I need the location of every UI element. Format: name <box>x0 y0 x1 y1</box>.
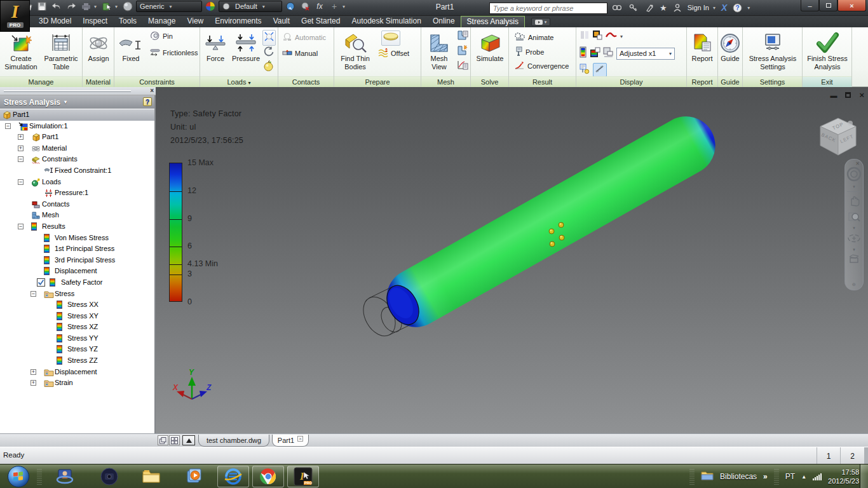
panel-footer-contacts[interactable]: Contacts <box>278 76 334 87</box>
navbar-more-dropdown[interactable]: ⊖ <box>852 282 856 287</box>
close-button[interactable]: × <box>837 0 866 11</box>
tree-item-label[interactable]: Results <box>42 222 65 230</box>
tree-item-label[interactable]: Von Mises Stress <box>55 234 109 241</box>
steering-wheel-icon[interactable] <box>846 166 862 184</box>
tree-item-label[interactable]: Displacement <box>55 368 97 376</box>
contour-shading-icon[interactable] <box>590 47 600 60</box>
tree-item-strain[interactable]: +Strain <box>0 377 154 389</box>
finish-stress-analysis-button[interactable]: Finish Stress Analysis <box>804 29 851 71</box>
show-desktop-button[interactable] <box>860 464 868 488</box>
assign-material-button[interactable]: Assign <box>84 29 113 63</box>
guide-button[interactable]: Guide <box>719 29 742 63</box>
network-signal-icon[interactable] <box>813 473 822 480</box>
taskbar-remote-app-icon[interactable] <box>55 467 75 486</box>
language-indicator[interactable]: PT <box>785 472 795 481</box>
tree-item-results[interactable]: −Results <box>0 221 154 233</box>
panel-footer-guide[interactable]: Guide <box>718 76 742 87</box>
orbit-icon[interactable] <box>847 232 861 247</box>
color-bar-settings-icon[interactable] <box>580 46 587 60</box>
mesh-view-button[interactable]: Mesh View <box>423 29 456 71</box>
animate-results-button[interactable]: Animate <box>514 32 553 43</box>
restore-button[interactable] <box>819 0 837 11</box>
tree-item-label[interactable]: Stress YZ <box>67 345 98 353</box>
offset-thin-body-button[interactable] <box>381 30 400 46</box>
tree-item-simulation-1[interactable]: −Simulation:1 <box>0 121 154 132</box>
expand-icon[interactable]: + <box>18 146 24 151</box>
view-cube[interactable]: TOP BACK LEFT <box>815 115 861 163</box>
tree-item-label[interactable]: Stress YY <box>67 334 98 342</box>
orbit-dropdown[interactable]: ▾ <box>853 247 855 252</box>
doc-close-icon[interactable]: × <box>859 90 864 100</box>
convergence-plot-button[interactable]: Convergence <box>514 61 569 71</box>
panel-footer-display[interactable]: Display <box>576 76 686 87</box>
mesh-settings-button[interactable] <box>457 30 468 43</box>
local-mesh-control-button[interactable] <box>457 44 468 58</box>
probe-results-button[interactable]: Probe <box>514 46 544 58</box>
tree-item-mesh[interactable]: Mesh <box>0 210 154 221</box>
navbar-close-icon[interactable]: ✕ <box>855 161 860 166</box>
ribbon-tab-stress-analysis[interactable]: Stress Analysis <box>461 16 525 27</box>
tree-item-stress-yy[interactable]: Stress YY <box>0 333 154 344</box>
panel-footer-material[interactable]: Material <box>83 76 114 87</box>
ribbon-tab-tools[interactable]: Tools <box>113 16 142 27</box>
print-icon[interactable] <box>79 1 92 12</box>
min-max-display-icon[interactable] <box>593 63 607 77</box>
model-cylinder[interactable] <box>376 106 726 338</box>
tree-item-part1[interactable]: +Part1 <box>0 132 154 143</box>
tree-item-label[interactable]: Loads <box>42 178 61 186</box>
tree-item-1st-principal-stress[interactable]: 1st Principal Stress <box>0 243 154 255</box>
frictionless-constraint-button[interactable]: Frictionless <box>150 48 198 58</box>
tree-item-label[interactable]: Constraints <box>42 155 78 163</box>
browser-grip[interactable]: × <box>0 87 156 95</box>
panel-footer-exit[interactable]: Exit <box>803 76 851 87</box>
tray-folder-label[interactable]: Bibliotecas <box>720 472 757 481</box>
manual-contacts-button[interactable]: Manual <box>282 49 318 58</box>
tray-expand-icon[interactable]: ▲ <box>801 474 806 480</box>
tree-item-constraints[interactable]: −Constraints <box>0 154 154 165</box>
pin-constraint-button[interactable]: Pin <box>150 31 173 41</box>
media-overflow-button[interactable]: ▾ <box>531 18 550 26</box>
probe-labels-icon[interactable] <box>580 63 590 77</box>
displacement-scale-combo[interactable]: Adjusted x1▾ <box>616 48 675 60</box>
moment-load-button[interactable] <box>263 46 274 59</box>
parametric-table-button[interactable]: Parametric Table <box>41 29 81 71</box>
taskbar-inventor-button[interactable]: IPRO <box>287 466 319 487</box>
tree-item-fixed-constraint-1[interactable]: Fixed Constraint:1 <box>0 165 154 177</box>
tree-item-stress-zz[interactable]: Stress ZZ <box>0 355 154 367</box>
remote-force-button[interactable] <box>262 30 276 46</box>
tree-item-part1[interactable]: Part1 <box>0 109 154 121</box>
panel-footer-settings[interactable]: Settings <box>743 76 802 87</box>
browser-header[interactable]: Stress Analysis▾? <box>0 95 154 109</box>
tree-item-stress-xy[interactable]: Stress XY <box>0 311 154 322</box>
deformed-style-icon[interactable] <box>605 30 618 42</box>
ribbon-tab-inspect[interactable]: Inspect <box>77 16 113 27</box>
undo-icon[interactable] <box>50 1 63 12</box>
tree-item-label[interactable]: Strain <box>55 379 73 386</box>
taskbar-explorer-icon[interactable] <box>141 467 161 486</box>
tree-item-label[interactable]: Part1 <box>42 133 58 140</box>
search-icon[interactable] <box>610 2 623 13</box>
graphics-viewport[interactable]: X Y Z Type: Safety Factor Unit: ul 2012/… <box>156 87 868 433</box>
tree-item-loads[interactable]: −Loads <box>0 177 154 188</box>
application-menu-button[interactable]: IPRO <box>0 0 30 32</box>
browser-close-icon[interactable]: × <box>150 87 154 94</box>
report-button[interactable]: Report <box>688 29 717 63</box>
find-thin-bodies-button[interactable]: Find Thin Bodies <box>337 29 374 71</box>
stress-analysis-settings-button[interactable]: Stress Analysis Settings <box>744 29 801 71</box>
minimize-button[interactable]: – <box>801 0 819 11</box>
tree-item-3rd-principal-stress[interactable]: 3rd Principal Stress <box>0 255 154 266</box>
tree-item-label[interactable]: 1st Principal Stress <box>55 245 114 252</box>
simulate-button[interactable]: Simulate <box>472 29 508 63</box>
ribbon-tab-online[interactable]: Online <box>427 16 461 27</box>
collapse-icon[interactable]: − <box>18 224 24 229</box>
panel-footer-solve[interactable]: Solve <box>471 76 508 87</box>
tree-item-stress-xz[interactable]: Stress XZ <box>0 322 154 333</box>
tree-item-stress[interactable]: −Stress <box>0 288 154 300</box>
tree-item-contacts[interactable]: Contacts <box>0 199 154 210</box>
keyword-key-icon[interactable] <box>627 2 639 13</box>
tree-item-displacement[interactable]: +Displacement <box>0 367 154 378</box>
doc-minimize-icon[interactable]: ▬ <box>830 92 837 99</box>
expand-tabs-button[interactable] <box>182 435 195 445</box>
pressure-load-button[interactable]: Pressure <box>229 29 262 63</box>
ribbon-tab-environments[interactable]: Environments <box>209 16 267 27</box>
